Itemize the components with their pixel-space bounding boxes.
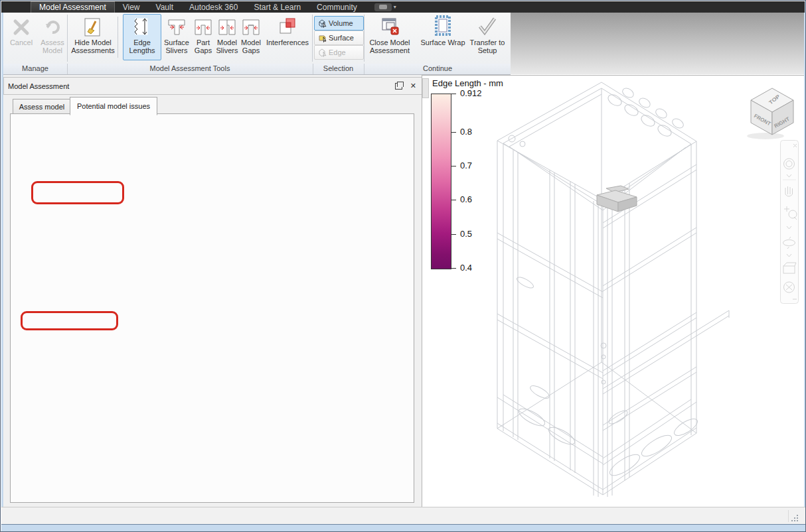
legend-tick: 0.6 (460, 194, 472, 204)
menu-tab-model-assessment[interactable]: Model Assessment (31, 1, 115, 13)
application-window: Model Assessment View Vault Autodesk 360… (0, 0, 806, 532)
menu-tab-start-learn[interactable]: Start & Learn (246, 1, 309, 13)
wireframe-model[interactable] (423, 76, 803, 506)
titlebar: Model Assessment View Vault Autodesk 360… (1, 1, 805, 13)
hide-model-assessments-button[interactable]: Hide Model Assessments (70, 14, 116, 60)
group-label-manage: Manage (3, 64, 67, 72)
ribbon-separator (364, 15, 364, 62)
assess-model-button[interactable]: Assess Model (37, 14, 68, 60)
legend-color-bar (431, 94, 451, 269)
media-menu-button[interactable] (374, 3, 392, 11)
menu-tab-community[interactable]: Community (309, 1, 365, 13)
close-panel-icon[interactable]: ✕ (410, 82, 416, 90)
broom-page-icon (82, 15, 104, 37)
panel-titlebar[interactable]: Model Assessment ✕ (3, 77, 422, 95)
window-border-bottom (1, 524, 806, 532)
status-separator (788, 510, 789, 522)
legend-tick: 0.8 (460, 127, 472, 137)
select-edge-button[interactable]: Edge (314, 45, 364, 60)
edge-lengths-icon (131, 15, 153, 37)
model-slivers-icon (216, 15, 238, 37)
menu-tab-view[interactable]: View (115, 1, 148, 13)
surface-wrap-button[interactable]: Surface Wrap (418, 14, 468, 60)
select-surface-button[interactable]: Surface (314, 31, 364, 45)
legend-tick: 0.912 (460, 88, 482, 98)
ribbon-group-band: Manage Model Assessment Tools Selection … (3, 64, 511, 75)
chevron-down-icon[interactable]: ▾ (394, 4, 396, 10)
ribbon-separator (118, 17, 118, 58)
panel-title-text: Model Assessment (8, 82, 69, 90)
model-slivers-button[interactable]: Model Slivers (215, 14, 239, 60)
cancel-x-icon (11, 15, 31, 37)
menu-tab-vault[interactable]: Vault (148, 1, 181, 13)
legend-tick: 0.4 (460, 263, 472, 273)
part-gaps-button[interactable]: Part Gaps (191, 14, 215, 60)
close-window-icon (379, 15, 400, 37)
edge-cube-icon (317, 48, 327, 57)
navigation-bar[interactable] (780, 140, 800, 306)
checkmark-icon (476, 15, 499, 37)
ribbon-separator (67, 15, 68, 62)
tab-assess-model[interactable]: Assess model (13, 99, 71, 114)
close-model-assessment-button[interactable]: Close Model Assessment (366, 14, 413, 60)
surface-slivers-button[interactable]: Surface Slivers (162, 14, 191, 60)
refresh-icon (42, 15, 62, 37)
surface-slivers-icon (166, 15, 187, 37)
tab-potential-model-issues[interactable]: Potential model issues (70, 97, 157, 115)
transfer-to-setup-button[interactable]: Transfer to Setup (468, 14, 507, 60)
interferences-icon (277, 15, 298, 37)
select-volume-button[interactable]: Volume (314, 16, 364, 31)
interferences-button[interactable]: Interferences (264, 14, 311, 60)
menu-tab-autodesk360[interactable]: Autodesk 360 (181, 1, 246, 13)
ribbon-separator (312, 15, 313, 62)
ribbon-empty-area (511, 13, 804, 74)
group-label-selection: Selection (313, 64, 364, 72)
legend-tick: 0.7 (460, 161, 472, 170)
part-gaps-icon (193, 15, 214, 37)
model-gaps-button[interactable]: Model Gaps (239, 14, 263, 60)
view-cube[interactable]: TOP FRONT RIGHT (744, 83, 801, 140)
legend-title: Edge Length - mm (432, 78, 503, 88)
edge-lengths-button[interactable]: Edge Lengths (123, 14, 161, 60)
group-label-continue: Continue (364, 64, 511, 72)
panel-content (10, 113, 414, 503)
group-label-tools: Model Assessment Tools (67, 64, 313, 72)
legend-tick: 0.5 (460, 229, 472, 239)
float-panel-icon[interactable] (395, 83, 402, 90)
status-bar (1, 507, 806, 525)
surface-square-icon (317, 33, 327, 42)
cancel-button[interactable]: Cancel (5, 14, 38, 60)
volume-cube-icon (317, 19, 327, 28)
surface-wrap-icon (432, 15, 454, 37)
model-gaps-icon (240, 15, 262, 37)
camera-icon (379, 5, 387, 9)
